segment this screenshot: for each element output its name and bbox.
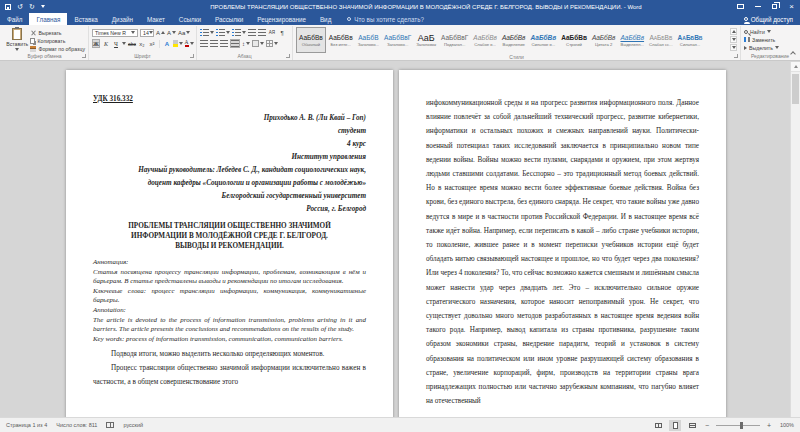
font-family-combo[interactable]: Times New R [92,29,138,37]
tab-references[interactable]: Ссылки [172,13,208,25]
align-right-button[interactable] [220,39,228,48]
zoom-slider[interactable] [716,425,760,426]
shading-button[interactable] [252,39,264,48]
styles-scroll-controls [729,27,737,53]
word-count[interactable]: Число слов: 811 [56,422,97,428]
tab-design[interactable]: Дизайн [105,13,140,25]
decrease-indent-icon [248,29,256,36]
tab-insert[interactable]: Вставка [67,13,104,25]
restore-icon[interactable] [766,0,783,13]
copy-button[interactable]: Копировать [30,37,85,44]
style-chip[interactable]: АаБбВв Слабая сс... [647,27,675,53]
borders-button[interactable] [266,39,278,48]
text-effects-button[interactable]: А [163,39,171,48]
close-icon[interactable]: × [783,0,800,13]
dialog-launcher-icon[interactable] [286,54,290,58]
format-painter-button[interactable]: Формат по образцу [30,45,85,52]
italic-button[interactable]: К [102,39,110,48]
styles-more-icon[interactable] [730,44,737,51]
paste-button[interactable]: Вставить [4,27,30,52]
show-marks-button[interactable]: ¶ [278,28,286,37]
subscript-button[interactable]: x₂ [138,39,146,48]
grow-font-button[interactable]: А [156,28,165,37]
line-spacing-button[interactable]: ↕ [242,39,250,48]
scrollbar-thumb[interactable] [792,74,799,104]
style-chip[interactable]: АаБбВвГ Заголово... [382,27,413,53]
style-chip[interactable]: АаБбВвГ Подзагол... [439,27,470,53]
decrease-indent-button[interactable] [248,28,256,37]
style-chip[interactable]: АаБбВв Слабое в... [471,27,499,53]
style-name: Выделение [503,42,525,47]
cut-button[interactable]: Вырезать [30,29,85,36]
style-chip[interactable]: АаБ Заголовок [414,27,438,53]
language-indicator[interactable]: русский [123,422,143,428]
select-button[interactable]: Выделить [744,44,779,51]
proofing-icon[interactable] [106,422,114,428]
author-line: Научный руководитель: Лебедев С. Д., кан… [93,164,366,177]
zoom-out-button[interactable]: − [703,422,711,429]
highlight-button[interactable] [173,39,183,48]
zoom-slider-thumb[interactable] [740,422,743,429]
strikethrough-button[interactable]: abc [128,39,136,48]
find-button[interactable]: Найти [744,28,779,35]
style-chip[interactable]: АаБбВв Сильная... [676,27,705,53]
undo-icon[interactable]: ↺ [17,3,23,10]
multilevel-list-button[interactable] [232,28,246,37]
dialog-launcher-icon[interactable] [734,54,738,58]
style-chip[interactable]: АаБбВв Выделенн... [618,27,646,53]
dialog-launcher-icon[interactable] [82,54,86,58]
zoom-in-button[interactable]: + [765,422,773,429]
style-chip[interactable]: АаБбВв Сильное в... [529,27,559,53]
underline-button[interactable]: Ч [112,39,120,48]
redo-icon[interactable]: ↻ [29,3,35,10]
vertical-scrollbar[interactable] [790,62,800,417]
align-center-button[interactable] [210,39,218,48]
tab-layout[interactable]: Макет [140,13,172,25]
web-layout-button[interactable] [686,420,698,431]
minimize-icon[interactable] [749,0,766,13]
print-layout-button[interactable] [669,420,681,431]
style-chip[interactable]: АаБбВв Обычный [296,27,326,53]
increase-indent-button[interactable] [258,28,266,37]
style-preview: АаБбВв [329,34,353,42]
zoom-level[interactable]: 100% [778,422,794,428]
tell-me-box[interactable]: Что вы хотите сделать? [347,13,424,25]
save-icon[interactable] [5,4,11,10]
style-chip[interactable]: АаБбВв Цитата 2 [590,27,618,53]
tab-review[interactable]: Рецензирование [250,13,313,25]
read-mode-button[interactable] [652,420,664,431]
page-indicator[interactable]: Страница 1 из 4 [6,422,47,428]
find-label: Найти [750,29,765,35]
page-2[interactable]: инфокоммуникационной среды и на прогресс… [399,70,726,417]
style-chip[interactable]: АаБбВв Выделение [500,27,528,53]
font-family-value: Times New R [95,30,126,36]
share-button[interactable]: Общий доступ [744,13,800,25]
styles-scroll-up-icon[interactable] [730,28,737,35]
window-title: ПРОБЛЕМЫ ТРАНСЛЯЦИИ ОБЩЕСТВЕННО ЗНАЧИМОЙ… [120,4,732,10]
change-case-button[interactable]: Аа [178,28,190,37]
ribbon-display-options-icon[interactable] [732,0,749,13]
style-chip[interactable]: АаБбВв Строгий [559,27,589,53]
dialog-launcher-icon[interactable] [190,54,194,58]
numbering-button[interactable] [216,28,230,37]
font-size-combo[interactable]: 14 [140,29,154,37]
sort-button[interactable]: АЯ [268,28,276,37]
bullets-button[interactable] [200,28,214,37]
scroll-up-icon[interactable] [791,62,800,72]
style-chip[interactable]: АаБбВв Без инте... [327,27,355,53]
tab-view[interactable]: Вид [313,13,338,25]
bold-button[interactable]: Ж [92,39,100,48]
replace-button[interactable]: Заменить [744,36,779,43]
tab-file[interactable]: Файл [0,13,29,25]
justify-button[interactable] [230,39,240,48]
styles-scroll-down-icon[interactable] [730,36,737,43]
tab-mailings[interactable]: Рассылки [208,13,250,25]
page-1[interactable]: УДК 316.332 Приходько А. В. (Ли Квай – Г… [66,70,393,417]
customize-qat-icon[interactable] [41,5,45,8]
font-color-button[interactable]: А [185,39,193,48]
shrink-font-button[interactable]: А [167,28,176,37]
tab-home[interactable]: Главная [29,13,67,25]
align-left-button[interactable] [200,39,208,48]
superscript-button[interactable]: x² [148,39,156,48]
style-chip[interactable]: АаБбВ Заголово... [356,27,381,53]
